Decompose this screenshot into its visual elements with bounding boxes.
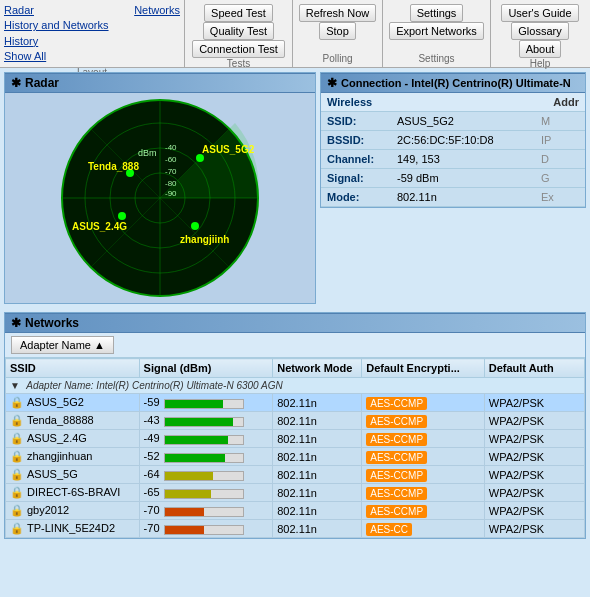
radar-section: ✱ Radar bbox=[0, 68, 320, 308]
table-row[interactable]: 🔒ASUS_5G2-59802.11nAES-CCMPWPA2/PSK bbox=[6, 394, 585, 412]
svg-text:ASUS_5G2: ASUS_5G2 bbox=[202, 144, 255, 155]
lock-icon: 🔒 bbox=[10, 414, 24, 426]
speed-test-btn[interactable]: Speed Test bbox=[204, 4, 273, 22]
bssid-label: BSSID: bbox=[321, 131, 391, 150]
mode-col3: Ex bbox=[535, 188, 585, 207]
networks-link[interactable]: Networks bbox=[134, 3, 180, 18]
signal-bar bbox=[165, 508, 204, 516]
table-row[interactable]: 🔒ASUS_2.4G-49802.11nAES-CCMPWPA2/PSK bbox=[6, 430, 585, 448]
channel-col3: D bbox=[535, 150, 585, 169]
svg-point-14 bbox=[196, 154, 204, 162]
users-guide-btn[interactable]: User's Guide bbox=[501, 4, 578, 22]
encryption-cell: AES-CCMP bbox=[362, 448, 484, 466]
layout-links: Radar History and Networks History Show … bbox=[4, 3, 134, 65]
svg-text:-60: -60 bbox=[165, 155, 177, 164]
auth-cell: WPA2/PSK bbox=[484, 502, 584, 520]
encryption-badge: AES-CCMP bbox=[366, 469, 427, 482]
main-area: ✱ Radar bbox=[0, 68, 590, 543]
signal-label: Signal: bbox=[321, 169, 391, 188]
encryption-cell: AES-CCMP bbox=[362, 412, 484, 430]
help-section: User's Guide Glossary About Help bbox=[491, 0, 589, 68]
encryption-badge: AES-CCMP bbox=[366, 451, 427, 464]
glossary-btn[interactable]: Glossary bbox=[511, 22, 568, 40]
connection-test-btn[interactable]: Connection Test bbox=[192, 40, 285, 58]
auth-cell: WPA2/PSK bbox=[484, 394, 584, 412]
table-row[interactable]: 🔒TP-LINK_5E24D2-70802.11nAES-CCWPA2/PSK bbox=[6, 520, 585, 538]
show-all-link[interactable]: Show All bbox=[4, 49, 134, 64]
stop-btn[interactable]: Stop bbox=[319, 22, 356, 40]
svg-point-18 bbox=[118, 212, 126, 220]
radar-expand-icon[interactable]: ✱ bbox=[11, 76, 21, 90]
mode-cell: 802.11n bbox=[273, 520, 362, 538]
ssid-text: ASUS_2.4G bbox=[27, 432, 87, 444]
lock-icon: 🔒 bbox=[10, 432, 24, 444]
signal-bar-container bbox=[164, 435, 244, 445]
signal-bar-container bbox=[164, 471, 244, 481]
radar-title: Radar bbox=[25, 76, 59, 90]
tests-section: Speed Test Quality Test Connection Test … bbox=[185, 0, 293, 68]
channel-label: Channel: bbox=[321, 150, 391, 169]
signal-cell: -43 bbox=[139, 412, 273, 430]
radar-panel: ✱ Radar bbox=[4, 72, 316, 304]
quality-test-btn[interactable]: Quality Test bbox=[203, 22, 274, 40]
bssid-value: 2C:56:DC:5F:10:D8 bbox=[391, 131, 535, 150]
signal-row: Signal: -59 dBm G bbox=[321, 169, 585, 188]
col-mode[interactable]: Network Mode bbox=[273, 359, 362, 378]
table-row[interactable]: 🔒Tenda_88888-43802.11nAES-CCMPWPA2/PSK bbox=[6, 412, 585, 430]
refresh-btn[interactable]: Refresh Now bbox=[299, 4, 377, 22]
ssid-text: DIRECT-6S-BRAVI bbox=[27, 486, 120, 498]
col-encryption[interactable]: Default Encrypti... bbox=[362, 359, 484, 378]
signal-bar-container bbox=[164, 417, 244, 427]
conn-expand-icon[interactable]: ✱ bbox=[327, 76, 337, 90]
radar-link[interactable]: Radar bbox=[4, 3, 134, 18]
encryption-badge: AES-CCMP bbox=[366, 415, 427, 428]
export-btn[interactable]: Export Networks bbox=[389, 22, 484, 40]
adapter-name-row: ▼ Adapter Name: Intel(R) Centrino(R) Ult… bbox=[6, 378, 585, 394]
table-header-row: SSID Signal (dBm) Network Mode Default E… bbox=[6, 359, 585, 378]
encryption-badge: AES-CCMP bbox=[366, 433, 427, 446]
svg-text:Tenda_888: Tenda_888 bbox=[88, 161, 139, 172]
mode-label: Mode: bbox=[321, 188, 391, 207]
networks-table-container: SSID Signal (dBm) Network Mode Default E… bbox=[5, 358, 585, 538]
networks-toolbar: Adapter Name ▲ bbox=[5, 333, 585, 358]
mode-cell: 802.11n bbox=[273, 466, 362, 484]
col-ssid[interactable]: SSID bbox=[6, 359, 140, 378]
ssid-text: ASUS_5G bbox=[27, 468, 78, 480]
auth-cell: WPA2/PSK bbox=[484, 520, 584, 538]
col-auth[interactable]: Default Auth bbox=[484, 359, 584, 378]
signal-bar bbox=[165, 418, 234, 426]
radar-svg: -40 -60 -70 -80 -90 dBm ASUS_5G2 Tenda bbox=[50, 98, 270, 298]
table-row[interactable]: 🔒gby2012-70802.11nAES-CCMPWPA2/PSK bbox=[6, 502, 585, 520]
adapter-name-btn[interactable]: Adapter Name ▲ bbox=[11, 336, 114, 354]
mode-cell: 802.11n bbox=[273, 448, 362, 466]
settings-section: Settings Export Networks Settings bbox=[383, 0, 491, 68]
svg-text:ASUS_2.4G: ASUS_2.4G bbox=[72, 221, 127, 232]
lock-icon: 🔒 bbox=[10, 522, 24, 534]
ssid-row: SSID: ASUS_5G2 M bbox=[321, 112, 585, 131]
lock-icon: 🔒 bbox=[10, 396, 24, 408]
encryption-cell: AES-CCMP bbox=[362, 394, 484, 412]
adapter-expand-icon[interactable]: ▼ bbox=[10, 380, 20, 391]
signal-bar bbox=[165, 454, 226, 462]
channel-row: Channel: 149, 153 D bbox=[321, 150, 585, 169]
signal-bar-container bbox=[164, 525, 244, 535]
networks-panel: ✱ Networks Adapter Name ▲ SSID Signal (d… bbox=[4, 312, 586, 539]
connection-table: Wireless Addr SSID: ASUS_5G2 M BSSID: 2C… bbox=[321, 93, 585, 207]
settings-btn[interactable]: Settings bbox=[410, 4, 464, 22]
encryption-cell: AES-CC bbox=[362, 520, 484, 538]
signal-cell: -52 bbox=[139, 448, 273, 466]
networks-expand-icon[interactable]: ✱ bbox=[11, 316, 21, 330]
ssid-text: Tenda_88888 bbox=[27, 414, 94, 426]
conn-title: Connection - Intel(R) Centrino(R) Ultima… bbox=[341, 77, 571, 89]
signal-cell: -64 bbox=[139, 466, 273, 484]
wireless-header: Wireless bbox=[321, 93, 535, 112]
col-signal[interactable]: Signal (dBm) bbox=[139, 359, 273, 378]
networks-section: ✱ Networks Adapter Name ▲ SSID Signal (d… bbox=[0, 308, 590, 543]
table-row[interactable]: 🔒zhangjinhuan-52802.11nAES-CCMPWPA2/PSK bbox=[6, 448, 585, 466]
history-link[interactable]: History and Networks History bbox=[4, 18, 134, 49]
table-row[interactable]: 🔒DIRECT-6S-BRAVI-65802.11nAES-CCMPWPA2/P… bbox=[6, 484, 585, 502]
ssid-cell: 🔒ASUS_5G2 bbox=[6, 394, 140, 412]
about-btn[interactable]: About bbox=[519, 40, 562, 58]
table-row[interactable]: 🔒ASUS_5G-64802.11nAES-CCMPWPA2/PSK bbox=[6, 466, 585, 484]
bssid-row: BSSID: 2C:56:DC:5F:10:D8 IP bbox=[321, 131, 585, 150]
